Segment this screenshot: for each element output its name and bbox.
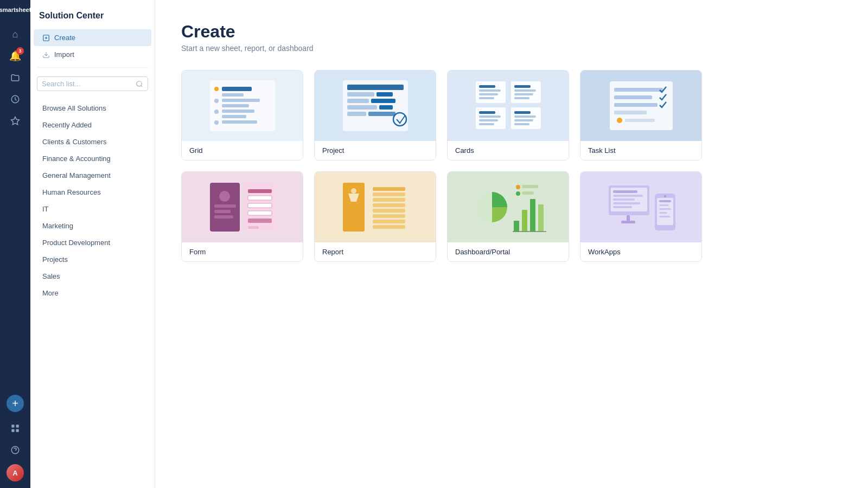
sidebar-item-human-resources[interactable]: Human Resources — [34, 184, 151, 201]
sidebar-item-general-management[interactable]: General Management — [34, 167, 151, 184]
sidebar-item-create[interactable]: Create — [34, 29, 151, 46]
svg-rect-60 — [614, 103, 658, 107]
general-management-label: General Management — [42, 171, 111, 179]
card-report[interactable]: Report — [314, 171, 436, 262]
sidebar-item-import[interactable]: Import — [34, 46, 151, 63]
notifications-nav-icon[interactable]: 🔔 3 — [5, 46, 25, 66]
import-icon — [42, 51, 50, 59]
card-form-label: Form — [182, 242, 303, 261]
svg-rect-53 — [514, 111, 531, 114]
svg-rect-35 — [368, 112, 395, 116]
svg-point-96 — [516, 191, 520, 196]
svg-point-94 — [516, 185, 520, 189]
svg-rect-81 — [373, 192, 405, 196]
svg-rect-92 — [538, 204, 544, 232]
sidebar-item-sales[interactable]: Sales — [34, 268, 151, 285]
svg-rect-19 — [222, 99, 260, 102]
card-dashboard[interactable]: Dashboard/Portal — [447, 171, 569, 262]
svg-rect-110 — [659, 200, 671, 202]
svg-rect-33 — [379, 105, 393, 110]
app-logo: smartsheet — [0, 7, 31, 14]
svg-rect-95 — [522, 185, 538, 188]
svg-marker-1 — [11, 117, 20, 125]
svg-rect-101 — [613, 195, 643, 197]
svg-rect-102 — [613, 198, 635, 201]
help-nav-icon[interactable] — [5, 440, 25, 460]
sidebar-item-browse-all[interactable]: Browse All Solutions — [34, 100, 151, 117]
card-workapps[interactable]: WorkApps — [580, 171, 702, 262]
svg-point-109 — [664, 195, 666, 197]
card-cards-image — [448, 70, 569, 141]
svg-rect-106 — [621, 221, 635, 223]
svg-rect-23 — [222, 115, 246, 118]
sidebar-item-recently-added[interactable]: Recently Added — [34, 117, 151, 133]
card-dashboard-image — [448, 172, 569, 242]
svg-point-12 — [137, 81, 142, 86]
svg-rect-70 — [248, 189, 272, 193]
svg-rect-55 — [514, 119, 533, 121]
sidebar-item-clients-customers[interactable]: Clients & Customers — [34, 133, 151, 150]
svg-rect-31 — [371, 99, 395, 103]
svg-rect-22 — [222, 110, 254, 113]
svg-rect-17 — [222, 93, 244, 97]
card-workapps-label: WorkApps — [580, 242, 701, 261]
card-tasklist-label: Task List — [580, 141, 701, 160]
favorites-nav-icon[interactable] — [5, 111, 25, 131]
svg-rect-3 — [16, 425, 19, 427]
sidebar-item-more[interactable]: More — [34, 285, 151, 301]
projects-label: Projects — [42, 255, 68, 264]
svg-rect-104 — [613, 206, 632, 208]
svg-rect-84 — [373, 209, 405, 213]
svg-rect-82 — [373, 198, 405, 202]
sidebar-item-product-development[interactable]: Product Development — [34, 234, 151, 251]
svg-point-65 — [219, 191, 230, 202]
svg-rect-51 — [479, 123, 494, 125]
card-tasklist[interactable]: Task List — [580, 70, 702, 160]
svg-rect-32 — [347, 105, 377, 110]
recently-added-label: Recently Added — [42, 121, 92, 129]
sidebar-item-projects[interactable]: Projects — [34, 251, 151, 268]
svg-rect-5 — [16, 429, 19, 432]
import-label: Import — [54, 50, 74, 59]
sidebar-item-it[interactable]: IT — [34, 201, 151, 217]
folder-nav-icon[interactable] — [5, 68, 25, 87]
create-icon — [42, 34, 50, 42]
svg-rect-43 — [514, 85, 531, 88]
svg-rect-86 — [373, 220, 405, 223]
create-label: Create — [54, 34, 75, 42]
user-avatar[interactable]: A — [7, 464, 24, 481]
create-new-button[interactable]: + — [7, 395, 24, 412]
search-box — [37, 76, 148, 91]
apps-grid-icon[interactable] — [5, 419, 25, 438]
product-development-label: Product Development — [42, 239, 110, 247]
svg-rect-90 — [522, 210, 527, 232]
svg-rect-67 — [214, 210, 231, 213]
card-form-image — [182, 172, 303, 242]
card-form[interactable]: Form — [181, 171, 303, 262]
sidebar-item-finance-accounting[interactable]: Finance & Accounting — [34, 150, 151, 167]
cards-grid: Grid Project — [181, 70, 702, 262]
search-icon[interactable] — [136, 80, 143, 88]
search-input[interactable] — [42, 80, 136, 88]
svg-rect-68 — [214, 215, 233, 219]
card-workapps-image — [580, 172, 701, 242]
svg-rect-4 — [11, 429, 14, 432]
svg-point-15 — [214, 87, 219, 91]
history-nav-icon[interactable] — [5, 89, 25, 109]
card-dashboard-label: Dashboard/Portal — [448, 242, 569, 261]
svg-rect-38 — [479, 85, 495, 88]
card-project[interactable]: Project — [314, 70, 436, 160]
svg-rect-85 — [373, 214, 405, 218]
svg-rect-80 — [373, 187, 405, 191]
card-grid[interactable]: Grid — [181, 70, 303, 160]
svg-rect-87 — [373, 225, 405, 229]
page-title: Create — [181, 22, 842, 42]
card-cards[interactable]: Cards — [447, 70, 569, 160]
svg-point-62 — [617, 118, 622, 123]
card-tasklist-image — [580, 70, 701, 141]
svg-rect-72 — [248, 203, 272, 208]
svg-rect-50 — [479, 119, 498, 121]
sidebar-item-marketing[interactable]: Marketing — [34, 217, 151, 234]
home-nav-icon[interactable]: ⌂ — [5, 24, 25, 44]
svg-rect-39 — [479, 89, 501, 92]
